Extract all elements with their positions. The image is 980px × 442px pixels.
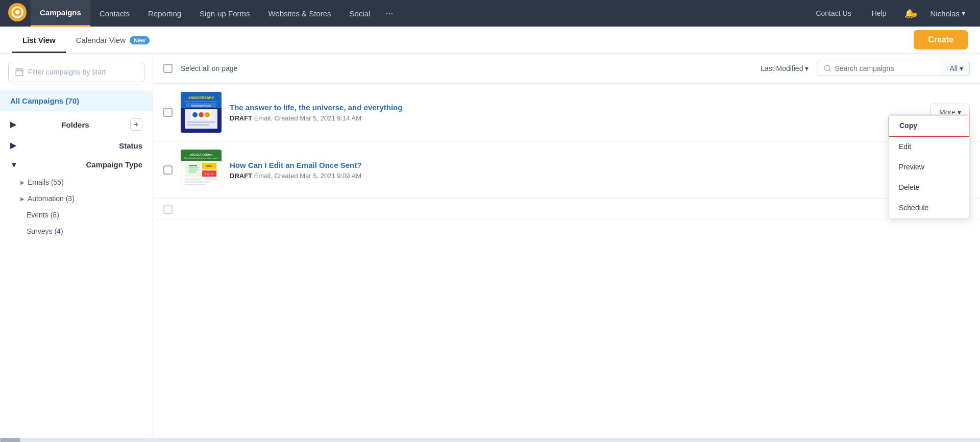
emails-label: Emails (55) <box>28 178 64 186</box>
svg-rect-28 <box>189 165 197 166</box>
filter-date-placeholder: Filter campaigns by start <box>28 68 106 76</box>
campaign-item-3-partial <box>153 199 980 219</box>
svg-rect-30 <box>189 169 198 170</box>
search-area: All ▾ <box>817 61 970 76</box>
content-row: Filter campaigns by start All Campaigns … <box>0 54 980 442</box>
status-label: Status <box>119 141 142 150</box>
search-icon <box>823 64 831 72</box>
svg-text:We are back and we are proud o: We are back and we are proud open! <box>184 157 218 159</box>
svg-rect-12 <box>185 101 217 102</box>
search-input[interactable] <box>835 64 937 72</box>
select-all-checkbox[interactable] <box>163 64 173 73</box>
sort-label: Last Modified <box>761 64 803 72</box>
svg-point-2 <box>15 10 19 14</box>
svg-rect-31 <box>189 171 196 173</box>
sidebar-section-campaign-type[interactable]: ▼ Campaign Type <box>0 155 153 174</box>
nav-item-contact-us[interactable]: Contact Us <box>806 0 860 27</box>
campaign-2-type-created: Email, Created Mar 5, 2021 9:09 AM <box>254 172 361 180</box>
svg-rect-29 <box>189 167 199 168</box>
tab-list-view-label: List View <box>22 36 56 44</box>
scrollbar-thumb[interactable] <box>0 438 20 442</box>
automation-label: Automation (3) <box>28 194 75 203</box>
filter-chevron-icon: ▾ <box>960 64 963 72</box>
notification-dot <box>913 13 917 17</box>
user-menu[interactable]: Nicholas ▾ <box>924 9 972 18</box>
campaign-1-title[interactable]: The answer to life, the universe, and ev… <box>230 103 402 112</box>
nav-more-dots[interactable]: ··· <box>379 8 399 19</box>
svg-rect-38 <box>185 184 205 185</box>
main-wrapper: List View Calendar View New Create Filte… <box>0 27 980 442</box>
dropdown-item-copy[interactable]: Copy <box>888 114 970 137</box>
campaign-2-info: How Can I Edit an Email Once Sent? DRAFT… <box>230 161 970 180</box>
sidebar-section-folders[interactable]: ▶ Folders + <box>0 113 153 136</box>
sidebar-section-status[interactable]: ▶ Status <box>0 136 153 155</box>
search-box <box>817 61 943 76</box>
username-label: Nicholas <box>930 9 960 18</box>
tabs-bar: List View Calendar View New Create <box>0 27 980 54</box>
svg-text:OPEN: OPEN <box>206 165 212 167</box>
campaign-2-checkbox[interactable] <box>163 165 173 175</box>
svg-text:Shop Now: Shop Now <box>205 173 214 175</box>
sidebar-sub-events[interactable]: Events (8) <box>0 207 153 223</box>
folders-label: Folders <box>61 120 89 129</box>
dropdown-item-schedule[interactable]: Schedule <box>889 198 969 218</box>
nav-item-reporting[interactable]: Reporting <box>139 0 190 27</box>
campaign-2-meta: DRAFT Email, Created Mar 5, 2021 9:09 AM <box>230 172 970 180</box>
create-button[interactable]: Create <box>914 30 968 50</box>
svg-point-21 <box>205 112 210 117</box>
logo[interactable] <box>8 3 31 23</box>
svg-rect-36 <box>185 179 217 180</box>
sidebar-sub-automation[interactable]: ▶ Automation (3) <box>0 190 153 207</box>
select-all-label[interactable]: Select all on page <box>181 64 237 72</box>
tri-icon-emails: ▶ <box>20 180 24 185</box>
dropdown-item-edit[interactable]: Edit <box>889 136 969 157</box>
nav-item-campaigns[interactable]: Campaigns <box>31 0 90 27</box>
nav-items: Campaigns Contacts Reporting Sign-up For… <box>31 0 806 27</box>
svg-text:LOCALLY GROWN: LOCALLY GROWN <box>190 153 213 156</box>
svg-text:Washington Daily: Washington Daily <box>191 104 211 107</box>
chevron-down-icon-campaign: ▼ <box>10 160 18 169</box>
svg-rect-17 <box>187 121 215 123</box>
chevron-right-icon: ▶ <box>10 120 16 129</box>
svg-line-8 <box>829 70 831 71</box>
svg-rect-3 <box>16 69 23 76</box>
filter-selected-label: All <box>949 64 958 72</box>
nav-item-contacts[interactable]: Contacts <box>90 0 139 27</box>
campaign-type-label: Campaign Type <box>86 160 142 169</box>
campaign-1-checkbox[interactable] <box>163 108 173 117</box>
nav-item-websites-stores[interactable]: Websites & Stores <box>259 0 340 27</box>
notification-bell[interactable]: 🔔 <box>897 9 922 18</box>
svg-rect-18 <box>187 124 209 126</box>
tabs-left: List View Calendar View New <box>12 27 160 53</box>
list-header: Select all on page Last Modified ▾ Al <box>153 54 980 84</box>
calendar-icon <box>15 67 24 77</box>
filter-date-input[interactable]: Filter campaigns by start <box>8 62 144 82</box>
sort-button[interactable]: Last Modified ▾ <box>761 64 808 72</box>
campaign-1-dropdown-menu: Copy Edit Preview Delete Schedule <box>888 114 970 218</box>
campaign-1-status: DRAFT <box>230 114 252 122</box>
sidebar-sub-surveys[interactable]: Surveys (4) <box>0 223 153 239</box>
campaign-1-thumbnail: ANNIVERSARY Washington Daily <box>181 92 222 133</box>
filter-select[interactable]: All ▾ <box>943 61 970 76</box>
svg-point-20 <box>199 112 204 117</box>
nav-item-social[interactable]: Social <box>340 0 380 27</box>
svg-point-7 <box>824 65 830 71</box>
nav-item-signup-forms[interactable]: Sign-up Forms <box>190 0 259 27</box>
tri-icon-automation: ▶ <box>20 196 24 202</box>
sidebar: Filter campaigns by start All Campaigns … <box>0 54 153 442</box>
svg-rect-37 <box>185 181 210 183</box>
campaign-2-title[interactable]: How Can I Edit an Email Once Sent? <box>230 161 361 169</box>
sidebar-sub-emails[interactable]: ▶ Emails (55) <box>0 174 153 190</box>
scrollbar-track[interactable] <box>0 438 980 442</box>
dropdown-item-preview[interactable]: Preview <box>889 157 969 177</box>
campaign-list-area: Select all on page Last Modified ▾ Al <box>153 54 980 442</box>
tab-list-view[interactable]: List View <box>12 27 66 53</box>
tab-calendar-view[interactable]: Calendar View New <box>66 27 160 53</box>
chevron-down-icon: ▾ <box>962 9 966 18</box>
dropdown-item-delete[interactable]: Delete <box>889 177 969 198</box>
navbar: Campaigns Contacts Reporting Sign-up For… <box>0 0 980 27</box>
campaign-item-1: ANNIVERSARY Washington Daily The <box>153 84 980 141</box>
all-campaigns-item[interactable]: All Campaigns (70) <box>0 90 153 111</box>
add-folder-button[interactable]: + <box>130 118 142 131</box>
nav-item-help[interactable]: Help <box>863 0 896 27</box>
